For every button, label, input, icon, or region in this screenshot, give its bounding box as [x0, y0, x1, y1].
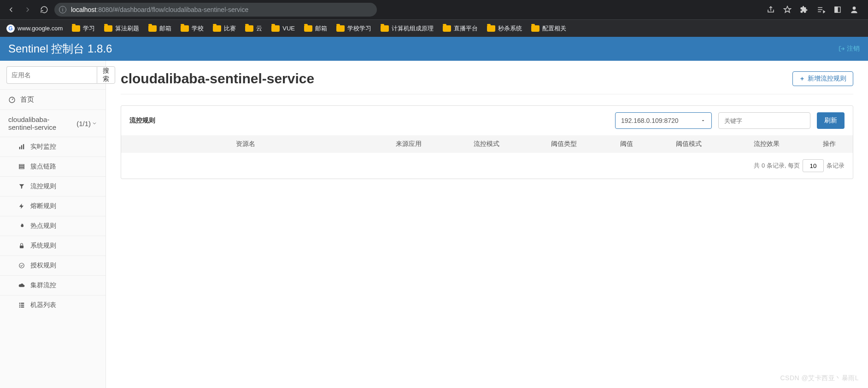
svg-rect-1: [835, 7, 838, 12]
folder-icon: [271, 25, 280, 32]
lock-icon: [18, 243, 26, 249]
bookmark-label: 计算机组成原理: [392, 24, 434, 33]
keyword-input[interactable]: [718, 112, 810, 129]
folder-icon: [487, 25, 495, 32]
folder-icon: [381, 25, 389, 32]
col-resource: 资源名: [121, 135, 370, 153]
bookmark-label: 直播平台: [454, 24, 478, 33]
app-search-input[interactable]: [6, 66, 97, 84]
flow-rules-table: 资源名 来源应用 流控模式 阈值类型 阈值 阈值模式 流控效果 操作: [121, 135, 853, 153]
col-threshold-type: 阈值类型: [525, 135, 603, 153]
check-icon: [18, 262, 26, 269]
url-port: :8080: [96, 6, 112, 13]
sidebar-item-label: 簇点链路: [30, 162, 56, 171]
bookmark-label: 算法刷题: [115, 24, 139, 33]
sidebar-item-flow[interactable]: 流控规则: [0, 176, 106, 196]
main-content: cloudalibaba-sentinel-service 新增流控规则 流控规…: [106, 61, 868, 388]
folder-icon: [304, 25, 312, 32]
sidebar-item-system[interactable]: 系统规则: [0, 236, 106, 255]
svg-point-2: [853, 6, 856, 10]
bookmark-folder[interactable]: 算法刷题: [104, 24, 139, 33]
sidebar-item-cluster-flow[interactable]: 集群流控: [0, 275, 106, 295]
dashboard-icon: [8, 96, 16, 104]
sidebar-item-degrade[interactable]: 熔断规则: [0, 196, 106, 216]
pagination: 共 0 条记录, 每页 条记录: [121, 153, 853, 179]
svg-rect-16: [19, 307, 20, 307]
caret-down-icon: [700, 118, 706, 123]
add-flow-rule-button[interactable]: 新增流控规则: [792, 71, 853, 86]
chart-icon: [18, 144, 26, 150]
forward-icon[interactable]: [21, 3, 34, 16]
sidebar-item-label: 系统规则: [30, 242, 56, 250]
bookmark-folder[interactable]: 学习: [72, 24, 95, 33]
bookmark-folder[interactable]: 计算机组成原理: [381, 24, 434, 33]
bookmark-folder[interactable]: 邮箱: [148, 24, 171, 33]
reload-icon[interactable]: [38, 3, 51, 16]
bookmarks-bar: G www.google.com 学习 算法刷题 邮箱 学校 比赛 云 VUE …: [0, 19, 868, 37]
list-icon: [18, 163, 26, 170]
bookmark-label: 邮箱: [159, 24, 171, 33]
col-threshold-mode: 阈值模式: [650, 135, 727, 153]
url-host: localhost: [71, 6, 96, 13]
sidebar-item-label: 流控规则: [30, 182, 56, 191]
svg-rect-10: [20, 245, 23, 248]
folder-icon: [245, 25, 253, 32]
bookmark-folder[interactable]: 秒杀系统: [487, 24, 522, 33]
sidebar-item-home[interactable]: 首页: [0, 89, 106, 110]
bookmark-folder[interactable]: 云: [245, 24, 262, 33]
cloud-icon: [18, 282, 26, 289]
machine-select-value: 192.168.0.109:8720: [621, 117, 679, 124]
sidebar-search: 搜索: [0, 61, 106, 89]
share-icon[interactable]: [767, 6, 775, 14]
folder-icon: [443, 25, 451, 32]
bookmark-folder[interactable]: 配置相关: [531, 24, 566, 33]
bookmark-label: 学校学习: [347, 24, 371, 33]
sidebar-item-label: 热点规则: [30, 222, 56, 230]
panel-title: 流控规则: [129, 116, 155, 125]
watermark: CSDN @艾卡西亚丶暴雨L: [780, 374, 859, 382]
browser-right-controls: [767, 5, 863, 14]
plus-icon: [799, 76, 805, 81]
filter-icon: [18, 183, 26, 190]
sidebar-item-cluster-link[interactable]: 簇点链路: [0, 156, 106, 176]
bookmark-folder[interactable]: 比赛: [213, 24, 236, 33]
bookmark-folder[interactable]: VUE: [271, 25, 295, 32]
folder-icon: [72, 25, 80, 32]
back-icon[interactable]: [5, 3, 18, 16]
bookmark-label: 邮箱: [315, 24, 327, 33]
sidebar-item-machines[interactable]: 机器列表: [0, 295, 106, 315]
star-icon[interactable]: [783, 6, 792, 14]
playlist-icon[interactable]: [816, 6, 826, 14]
bookmark-folder[interactable]: 邮箱: [304, 24, 327, 33]
bookmark-folder[interactable]: 学校: [181, 24, 204, 33]
sidebar-item-realtime[interactable]: 实时监控: [0, 137, 106, 156]
address-bar[interactable]: i localhost:8080/#/dashboard/flow/clouda…: [54, 3, 377, 17]
col-ops: 操作: [805, 135, 853, 153]
window-icon[interactable]: [834, 6, 841, 13]
logout-link[interactable]: 注销: [839, 45, 860, 53]
bookmark-label: www.google.com: [18, 25, 63, 32]
folder-icon: [213, 25, 221, 32]
fire-icon: [18, 223, 26, 229]
folder-icon: [148, 25, 157, 32]
bookmark-folder[interactable]: 学校学习: [336, 24, 371, 33]
sidebar-item-label: 机器列表: [30, 301, 56, 309]
refresh-button[interactable]: 刷新: [817, 112, 845, 129]
machine-select[interactable]: 192.168.0.109:8720: [615, 112, 712, 129]
col-threshold: 阈值: [603, 135, 650, 153]
site-info-icon[interactable]: i: [59, 6, 66, 13]
extensions-icon[interactable]: [800, 6, 808, 14]
profile-icon[interactable]: [850, 5, 859, 14]
folder-icon: [531, 25, 540, 32]
sidebar-item-label: 熔断规则: [30, 202, 56, 210]
sidebar-item-hotspot[interactable]: 热点规则: [0, 216, 106, 236]
svg-rect-12: [19, 303, 20, 304]
bookmark-google[interactable]: G www.google.com: [6, 24, 63, 33]
svg-rect-8: [19, 166, 24, 167]
sidebar-item-app[interactable]: cloudalibaba-sentinel-service (1/1): [0, 110, 106, 137]
bookmark-label: 学习: [83, 24, 95, 33]
page-size-input[interactable]: [803, 159, 824, 172]
svg-rect-7: [19, 164, 24, 165]
sidebar-item-authority[interactable]: 授权规则: [0, 255, 106, 275]
bookmark-folder[interactable]: 直播平台: [443, 24, 478, 33]
